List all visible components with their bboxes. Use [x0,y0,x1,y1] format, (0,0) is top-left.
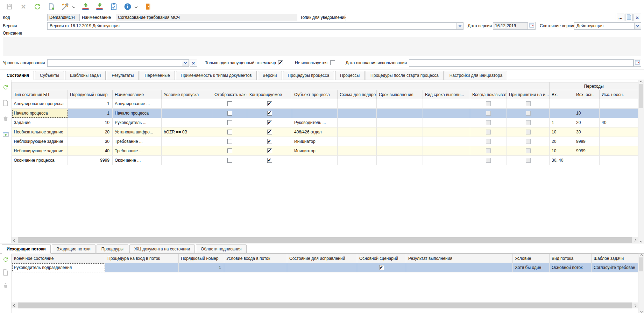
flows-hscrollbar[interactable] [12,302,638,308]
new-row-icon[interactable] [3,269,8,277]
info-dropdown-caret[interactable] [135,5,137,8]
controlled-checkbox[interactable] [267,101,272,106]
scroll-right-button[interactable] [632,302,638,308]
cell-always_show[interactable] [470,109,507,118]
table-row[interactable]: Неблокирующее задание30Требование ...Ини… [12,137,638,146]
cell-display_as[interactable] [212,146,247,156]
refresh-icon[interactable] [2,84,9,92]
cell-always_show[interactable] [470,118,507,127]
cell-type[interactable]: Неблокирующее задание [12,137,68,146]
cell-outgoing_main[interactable] [574,99,600,109]
cell-result[interactable] [406,263,513,272]
cell-outgoing_main[interactable]: 9999 [574,146,600,156]
cell-order[interactable]: 1 [179,263,224,272]
cell-on_accept[interactable] [507,99,550,109]
col-header[interactable]: Вид срока выполн... [423,90,470,99]
main-tab-6[interactable]: Версии [258,71,282,80]
main-tab-10[interactable]: Настройки для инициатора [445,71,507,80]
col-header[interactable]: Контролируемое [247,90,292,99]
log-level-clear-button[interactable]: × [190,59,197,67]
cell-controlled[interactable] [247,137,292,146]
cell-main_scenario[interactable] [357,263,406,272]
flow-tab-3[interactable]: ЖЦ документа на состоянии [129,244,195,254]
add-subtable-icon[interactable] [2,131,9,138]
cell-subject[interactable]: Инициатор [292,146,338,156]
cell-due_kind[interactable] [423,99,470,109]
cell-name[interactable]: Установка шифро... [113,127,162,137]
cell-subprocess_scheme[interactable] [338,118,377,127]
check-button[interactable] [108,1,120,12]
version-dropdown-button[interactable] [457,23,463,29]
cell-skip_condition[interactable] [162,99,212,109]
cell-display_as[interactable] [212,156,247,165]
cell-due[interactable] [377,137,423,146]
cell-controlled[interactable] [247,146,292,156]
cell-on_accept[interactable] [507,146,550,156]
version-state-dropdown-button[interactable] [634,23,641,29]
code-input[interactable] [47,14,80,21]
cell-always_show[interactable] [470,99,507,109]
export-button[interactable] [80,1,92,12]
table-row[interactable]: Начало процесса1Начало процесса10 [12,109,638,118]
cell-outgoing_alt[interactable] [600,109,638,118]
main-tab-8[interactable]: Процессы [335,71,365,80]
cell-due_kind[interactable] [423,127,470,137]
chevron-down-icon[interactable] [640,310,643,313]
scroll-right-button[interactable] [632,237,638,243]
cell-due_kind[interactable] [423,146,470,156]
cell-outgoing_main[interactable]: 30 [574,127,600,137]
cell-subprocess_scheme[interactable] [338,109,377,118]
main-tab-0[interactable]: Состояния [2,71,34,80]
cell-display_as[interactable] [212,118,247,127]
table-row[interactable]: Руководитель подразделения1Хотя бы одинО… [12,263,638,272]
cell-order[interactable]: 40 [68,146,113,156]
cell-outgoing_main[interactable] [574,156,600,165]
col-header[interactable]: Условие пропуска [162,90,212,99]
cell-subject[interactable] [292,109,338,118]
cell-due[interactable] [377,118,423,127]
cell-due[interactable] [377,109,423,118]
col-header[interactable]: Основной сценарий [357,254,406,263]
cell-order[interactable]: 1 [68,109,113,118]
cell-always_show[interactable] [470,156,507,165]
display_as-checkbox[interactable] [227,158,232,163]
import-button[interactable] [94,1,106,12]
cell-type[interactable]: Аннулирование процесса [12,99,68,109]
topic-file-button[interactable] [625,14,633,21]
cell-display_as[interactable] [212,127,247,137]
cell-order[interactable]: 30 [68,137,113,146]
col-header[interactable]: Тип состояния БП [12,90,68,99]
cell-outgoing_main[interactable]: 10 [574,109,600,118]
main_scenario-checkbox[interactable] [379,265,384,270]
delete-row-icon[interactable] [3,116,8,123]
new-row-icon[interactable] [3,100,8,107]
cell-skip_condition[interactable] [162,109,212,118]
version-state-select[interactable]: Действующая [574,22,641,30]
cell-display_as[interactable] [212,99,247,109]
scroll-left-button[interactable] [12,237,18,243]
col-header[interactable]: Отображать как с... [212,90,247,99]
table-row[interactable]: Задание10Руководитель ...Руководитель ..… [12,118,638,127]
cell-due[interactable] [377,146,423,156]
cell-subject[interactable] [292,99,338,109]
cell-skip_condition[interactable] [162,156,212,165]
cell-type[interactable]: Начало процесса [12,109,68,118]
cell-subject[interactable] [292,156,338,165]
col-header[interactable]: Шаблон задачи [592,254,638,263]
cell-controlled[interactable] [247,156,292,165]
scroll-thumb[interactable] [639,84,643,108]
cell-order[interactable]: -1 [68,99,113,109]
main-tab-5[interactable]: Применяемость к типам документов [176,71,257,80]
cell-entry_condition[interactable] [224,263,287,272]
cell-always_show[interactable] [470,137,507,146]
cell-due[interactable] [377,99,423,109]
cell-always_show[interactable] [470,146,507,156]
cell-fix_state[interactable] [287,263,357,272]
controlled-checkbox[interactable] [267,120,272,125]
col-header[interactable]: Всегда показывать [470,90,507,99]
flow-tab-2[interactable]: Процедуры [97,244,128,254]
cell-name[interactable]: Аннулирование ... [113,99,162,109]
cell-outgoing_main[interactable]: 9999 [574,137,600,146]
col-header[interactable]: Результат выполнения [406,254,513,263]
log-level-select[interactable] [47,59,189,67]
